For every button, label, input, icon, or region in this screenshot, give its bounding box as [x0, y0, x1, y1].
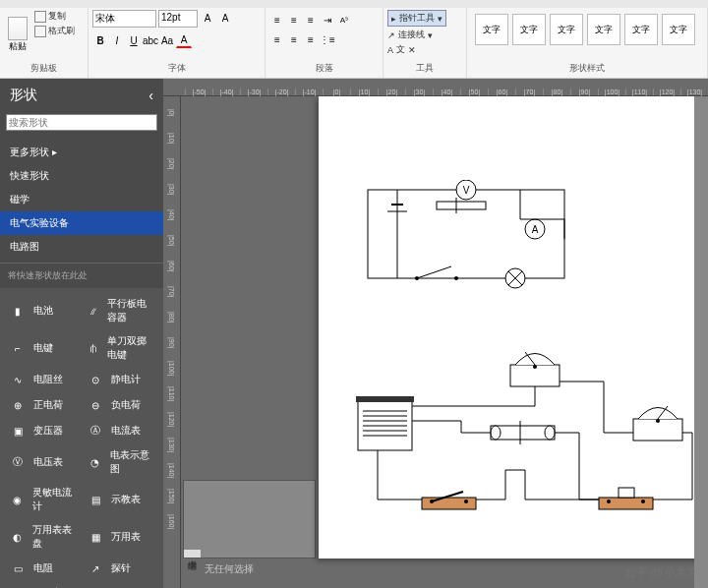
category-item[interactable]: 快速形状: [0, 164, 163, 188]
shapes-panel-title: 形状: [10, 87, 37, 104]
shape-item-multimeter[interactable]: ▦万用表: [82, 518, 159, 556]
shape-label: 万用表: [111, 530, 141, 544]
svg-point-35: [491, 426, 501, 440]
shape-item-transformer[interactable]: ▣变压器: [4, 418, 82, 443]
style-item[interactable]: 文字: [587, 14, 620, 45]
paste-button[interactable]: 粘贴: [4, 10, 31, 59]
shape-item-meter-diagram[interactable]: ◔电表示意图: [82, 443, 159, 481]
demo-meter-icon: ▤: [86, 492, 105, 507]
superscript-button[interactable]: A⁵: [336, 12, 352, 28]
font-color-button[interactable]: A: [176, 32, 192, 48]
svg-point-36: [545, 426, 555, 440]
circuit-diagram-2[interactable]: [328, 342, 702, 539]
shape-item-switch[interactable]: ⌐电键: [4, 329, 82, 367]
align-center-button[interactable]: ≡: [286, 31, 302, 47]
shape-item-capacitor[interactable]: ⫽平行板电容器: [82, 292, 159, 329]
category-item[interactable]: 更多形状 ▸: [0, 141, 163, 164]
category-item[interactable]: 电气实验设备: [0, 211, 163, 235]
copy-button[interactable]: 复制: [34, 10, 75, 23]
svg-point-40: [430, 500, 434, 503]
circuit-diagram-1[interactable]: V A: [358, 180, 584, 298]
capacitor-icon: ⫽: [86, 303, 101, 319]
shape-item-plus[interactable]: ⊕正电荷: [4, 392, 82, 418]
connector-tool-button[interactable]: ↗ 连接线 ▾: [387, 29, 433, 41]
italic-button[interactable]: I: [109, 32, 125, 48]
style-item[interactable]: 文字: [662, 14, 695, 45]
shape-item-resistor-box[interactable]: ⊞电阻箱: [82, 581, 159, 588]
align-middle-button[interactable]: ≡: [286, 12, 302, 28]
shape-label: 示教表: [111, 493, 141, 506]
shape-item-probe[interactable]: ↗探针: [82, 556, 159, 581]
ammeter-icon: Ⓐ: [86, 423, 105, 439]
shape-item-dpdt[interactable]: ⫛单刀双掷电键: [82, 329, 159, 367]
shape-item-fuse[interactable]: ∿电阻丝: [4, 367, 82, 392]
shape-item-electrometer[interactable]: ⊙静电计: [82, 367, 159, 392]
shape-item-voltmeter[interactable]: Ⓥ电压表: [4, 443, 82, 481]
shape-item-battery[interactable]: ▮电池: [4, 292, 82, 329]
vertical-scrollbar[interactable]: [694, 96, 708, 588]
svg-rect-38: [422, 498, 476, 509]
style-item[interactable]: 文字: [512, 14, 546, 45]
text-case-button[interactable]: Aa: [159, 32, 175, 48]
switch-icon: ⌐: [8, 340, 28, 356]
bold-button[interactable]: B: [92, 32, 108, 48]
svg-rect-21: [356, 396, 414, 402]
multimeter-icon: ▦: [86, 529, 105, 545]
plus-icon: ⊕: [8, 397, 28, 413]
svg-point-44: [607, 500, 611, 503]
electrometer-icon: ⊙: [86, 372, 105, 387]
battery-icon: ▮: [8, 303, 28, 319]
drawing-page[interactable]: V A: [319, 96, 708, 559]
shape-search-input[interactable]: [6, 114, 157, 131]
shape-item-rheostat[interactable]: ▬滑动变阻器: [4, 581, 82, 588]
text-tool-button[interactable]: A 文 ✕: [387, 43, 416, 56]
underline-button[interactable]: U: [126, 32, 142, 48]
style-item[interactable]: 文字: [475, 14, 508, 45]
shape-item-demo-meter[interactable]: ▤示教表: [82, 481, 159, 518]
strike-button[interactable]: abc: [143, 32, 158, 48]
fuse-icon: ∿: [8, 372, 28, 387]
svg-point-33: [656, 419, 660, 423]
bullets-button[interactable]: ⋮≡: [320, 31, 335, 47]
minus-icon: ⊖: [86, 397, 105, 413]
font-family-select[interactable]: 宋体: [92, 10, 156, 28]
font-group-label: 字体: [92, 62, 261, 76]
styles-group-label: 形状样式: [471, 62, 703, 76]
shape-item-minus[interactable]: ⊖负电荷: [82, 392, 159, 418]
shape-item-multimeter-dial[interactable]: ◐万用表表盘: [4, 518, 82, 556]
shape-label: 探针: [111, 561, 131, 575]
indent-button[interactable]: ⇥: [320, 12, 335, 28]
style-item[interactable]: 文字: [550, 14, 583, 45]
menubar: [0, 0, 708, 8]
shape-label: 变压器: [33, 424, 63, 438]
shape-label: 灵敏电流计: [32, 486, 78, 513]
minimap-tab[interactable]: 大纲缩小: [184, 550, 201, 558]
shape-label: 电阻丝: [33, 373, 63, 386]
category-item[interactable]: 磁学: [0, 188, 163, 211]
shape-style-gallery[interactable]: 文字文字文字文字文字文字: [471, 10, 699, 49]
shape-item-galvanometer[interactable]: ◉灵敏电流计: [4, 481, 82, 518]
style-item[interactable]: 文字: [624, 14, 658, 45]
font-size-select[interactable]: 12pt: [158, 10, 198, 28]
pointer-tool-button[interactable]: ▸ 指针工具 ▾: [387, 10, 446, 27]
align-bottom-button[interactable]: ≡: [303, 12, 319, 28]
increase-font-button[interactable]: A: [200, 10, 215, 26]
svg-point-45: [641, 500, 645, 503]
collapse-panel-button[interactable]: ‹: [148, 88, 153, 103]
shape-item-ammeter[interactable]: Ⓐ电流表: [82, 418, 159, 443]
svg-point-30: [533, 365, 537, 369]
shape-label: 万用表表盘: [32, 523, 78, 551]
format-painter-button[interactable]: 格式刷: [34, 25, 75, 37]
shape-item-resistor[interactable]: ▭电阻: [4, 556, 82, 581]
ribbon: 粘贴 复制 格式刷 剪贴板 宋体 12pt A A B I: [0, 8, 708, 79]
category-item[interactable]: 电路图: [0, 235, 163, 259]
decrease-font-button[interactable]: A: [217, 10, 233, 26]
svg-rect-42: [599, 498, 653, 509]
minimap-panel: 大纲缩小: [183, 480, 316, 559]
galvanometer-icon: ◉: [8, 492, 27, 507]
align-left-button[interactable]: ≡: [269, 31, 285, 47]
align-right-button[interactable]: ≡: [303, 31, 319, 47]
svg-rect-43: [619, 488, 634, 498]
canvas-area: |-50||-40||-30||-20||-10||0||10||20||30|…: [163, 79, 708, 588]
align-top-button[interactable]: ≡: [269, 12, 285, 28]
